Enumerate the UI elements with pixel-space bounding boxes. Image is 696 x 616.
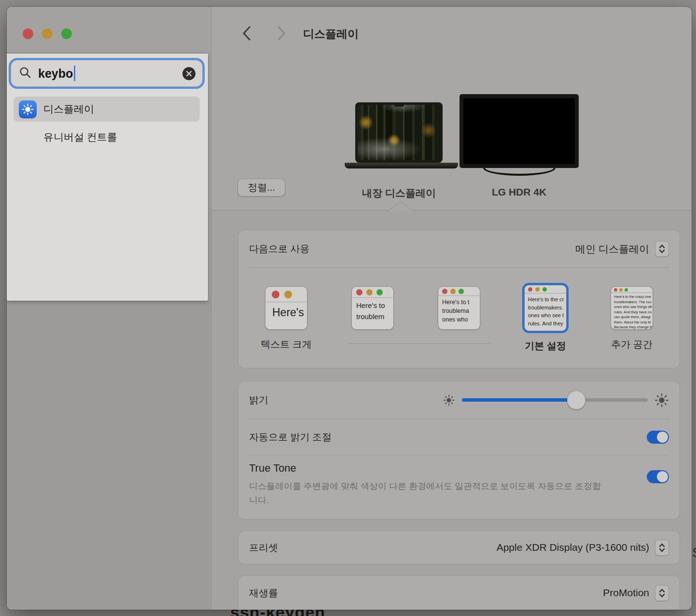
minimize-window-button[interactable] [42,28,53,39]
toggle-knob [657,432,668,443]
auto-brightness-toggle[interactable] [647,431,669,444]
toggle-knob [657,471,668,482]
true-tone-toggle[interactable] [647,470,669,483]
magnifier-icon [19,66,31,81]
display-brightness-icon [19,100,37,118]
auto-brightness-row: 자동으로 밝기 조절 [238,419,680,455]
external-display-name: LG HDR 4K [459,186,579,198]
refresh-rate-label: 재생률 [249,587,278,600]
background-partial-text-right: S [692,545,696,560]
scale-option-preview: Here's to ttroublemaones who [438,286,480,330]
search-result-universal-control[interactable]: 유니버설 컨트롤 [14,125,200,150]
brightness-slider-fill [462,398,576,402]
use-as-row: 다음으로 사용 메인 디스플레이 [238,230,680,267]
system-settings-window: keybo [7,7,692,610]
search-result-label: 디스플레이 [43,102,94,116]
scale-option-label: 추가 공간 [584,338,680,351]
use-as-label: 다음으로 사용 [249,242,310,255]
scale-option-more-space[interactable]: Here's to the crazy onetroublemakers. Th… [611,286,653,330]
zoom-window-button[interactable] [61,28,72,39]
preset-row: 프리셋 Apple XDR Display (P3-1600 nits) [238,531,680,564]
refresh-rate-dropdown[interactable] [655,585,669,601]
scale-option-label: 텍스트 크게 [238,338,334,351]
clear-search-button[interactable] [182,67,195,80]
brightness-row: 밝기 [238,381,680,419]
refresh-rate-row: 재생률 ProMotion [238,576,680,610]
scale-option-2[interactable]: Here's totroublem [351,286,394,330]
window-controls [23,28,72,39]
laptop-base [345,163,458,168]
refresh-rate-value: ProMotion [603,587,649,599]
forward-button[interactable] [273,25,290,42]
true-tone-description: 디스플레이를 주변광에 맞춰 색상이 다른 환경에서도 일관적으로 보이도록 자… [249,479,606,507]
main-panel: 디스플레이 내장 디스플레이 LG HDR 4K 정렬... 다음으로 사용 메… [211,7,692,610]
search-input-value: keybo [38,67,73,81]
search-result-display[interactable]: 디스플레이 [14,97,200,122]
close-window-button[interactable] [23,28,33,39]
brightness-slider[interactable] [462,398,648,402]
brightness-bright-icon [654,393,669,407]
laptop-notch [394,104,404,107]
arrange-displays-button[interactable]: 정렬... [237,179,285,196]
scale-options-connector-line [347,343,490,344]
text-cursor [74,66,75,81]
brightness-label: 밝기 [249,393,268,406]
page-title: 디스플레이 [303,27,359,42]
scale-option-preview: Here's to the crtroublemakers.ones who s… [524,285,567,331]
preset-value: Apple XDR Display (P3-1600 nits) [497,542,649,553]
scale-option-label: 기본 설정 [497,339,594,352]
brightness-dim-icon [443,394,455,406]
builtin-display-name: 내장 디스플레이 [355,186,443,200]
selected-display-pointer [390,202,412,210]
true-tone-row: True Tone 디스플레이를 주변광에 맞춰 색상이 다른 환경에서도 일관… [238,455,680,519]
scale-option-3[interactable]: Here's to ttroublemaones who [438,286,480,330]
scale-option-preview: Here's [265,286,307,330]
external-display-thumbnail[interactable] [459,94,579,168]
preset-label: 프리셋 [249,541,278,554]
sidebar: keybo [7,7,211,610]
refresh-rate-card: 재생률 ProMotion [238,576,680,610]
search-result-label: 유니버설 컨트롤 [43,130,117,144]
preset-dropdown[interactable] [655,540,669,556]
use-as-dropdown[interactable] [655,241,669,257]
scale-option-default[interactable]: Here's to the crtroublemakers.ones who s… [524,286,567,331]
scale-option-preview: Here's totroublem [351,286,394,330]
back-button[interactable] [238,25,255,42]
builtin-display-thumbnail[interactable] [355,102,443,163]
preset-card: 프리셋 Apple XDR Display (P3-1600 nits) [238,531,680,564]
search-results-popup: keybo [7,54,208,301]
search-input[interactable]: keybo [11,60,203,87]
auto-brightness-label: 자동으로 밝기 조절 [249,431,332,444]
scale-option-preview: Here's to the crazy onetroublemakers. Th… [611,286,653,330]
scale-option-larger-text[interactable]: Here's 텍스트 크게 [265,286,307,330]
brightness-slider-thumb[interactable] [567,391,585,409]
true-tone-label: True Tone [249,462,647,475]
use-as-value: 메인 디스플레이 [575,242,649,256]
sidebar-divider [211,7,211,610]
section-divider [211,210,692,210]
use-as-card: 다음으로 사용 메인 디스플레이 Here's 텍스트 크게 He [238,230,680,368]
brightness-card: 밝기 자동으로 밝기 조절 [238,381,680,519]
row-divider [248,267,670,268]
